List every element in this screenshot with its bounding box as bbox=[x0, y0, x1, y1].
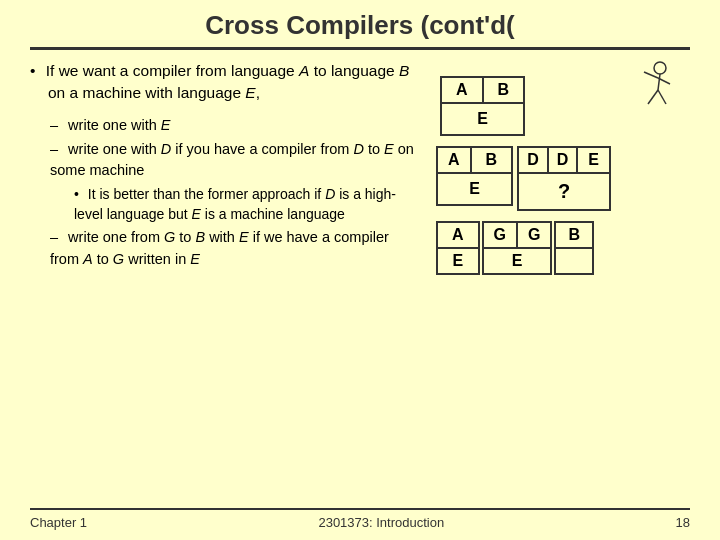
diag2-cell-A: A bbox=[438, 148, 472, 172]
left-column: If we want a compiler from language A to… bbox=[30, 60, 430, 508]
diag2-cell-E2: E bbox=[461, 177, 488, 201]
diag3-cell-E5: E bbox=[484, 249, 551, 273]
title-bar: Cross Compilers (cont'd( bbox=[30, 0, 690, 50]
diag3-cell-E4: E bbox=[438, 249, 478, 273]
diag2-right: D D E ? bbox=[517, 146, 611, 211]
content-area: If we want a compiler from language A to… bbox=[30, 50, 690, 508]
diag3-cell-A: A bbox=[438, 223, 478, 247]
sub-sub-bullet-1: It is better than the former approach if… bbox=[74, 184, 420, 225]
main-bullet: If we want a compiler from language A to… bbox=[30, 60, 420, 105]
sub-bullet-3: write one from G to B with E if we have … bbox=[50, 227, 420, 271]
sub-bullet-1: write one with E bbox=[50, 115, 420, 137]
diag3-cell-G1: G bbox=[484, 223, 518, 247]
footer-left: Chapter 1 bbox=[30, 515, 87, 530]
diag1-cell-E: E bbox=[455, 107, 510, 131]
diag2-cell-E3: E bbox=[578, 148, 609, 172]
diagram-2: A B E D D E bbox=[436, 146, 611, 211]
diag3-cell-G2: G bbox=[518, 223, 550, 247]
diag2-cell-D2: D bbox=[549, 148, 579, 172]
sub-bullets: write one with E write one with D if you… bbox=[50, 115, 420, 270]
diag3-cell-B: B bbox=[556, 223, 592, 247]
diagram-3: A E G G E B bbox=[436, 221, 594, 275]
svg-line-4 bbox=[648, 90, 658, 104]
diagram-1: A B E bbox=[440, 76, 525, 136]
slide: Cross Compilers (cont'd( If we want a co… bbox=[0, 0, 720, 540]
sub-bullet-2: write one with D if you have a compiler … bbox=[50, 139, 420, 183]
svg-line-1 bbox=[658, 74, 660, 90]
diag1-cell-B: B bbox=[484, 78, 524, 102]
svg-point-0 bbox=[654, 62, 666, 74]
right-column: A B E A B E bbox=[430, 60, 690, 508]
diag2-cell-B2: B bbox=[472, 148, 512, 172]
diag2-left: A B E bbox=[436, 146, 517, 206]
diag2-cell-D1: D bbox=[519, 148, 549, 172]
slide-title: Cross Compilers (cont'd( bbox=[205, 10, 515, 40]
diag1-cell-A: A bbox=[442, 78, 484, 102]
footer-right: 18 bbox=[676, 515, 690, 530]
svg-line-5 bbox=[658, 90, 666, 104]
diag2-question: ? bbox=[519, 177, 609, 206]
diag3-row1: A E G G E B bbox=[436, 221, 594, 275]
stick-figure bbox=[630, 60, 680, 118]
footer: Chapter 1 2301373: Introduction 18 bbox=[30, 508, 690, 530]
footer-center: 2301373: Introduction bbox=[318, 515, 444, 530]
